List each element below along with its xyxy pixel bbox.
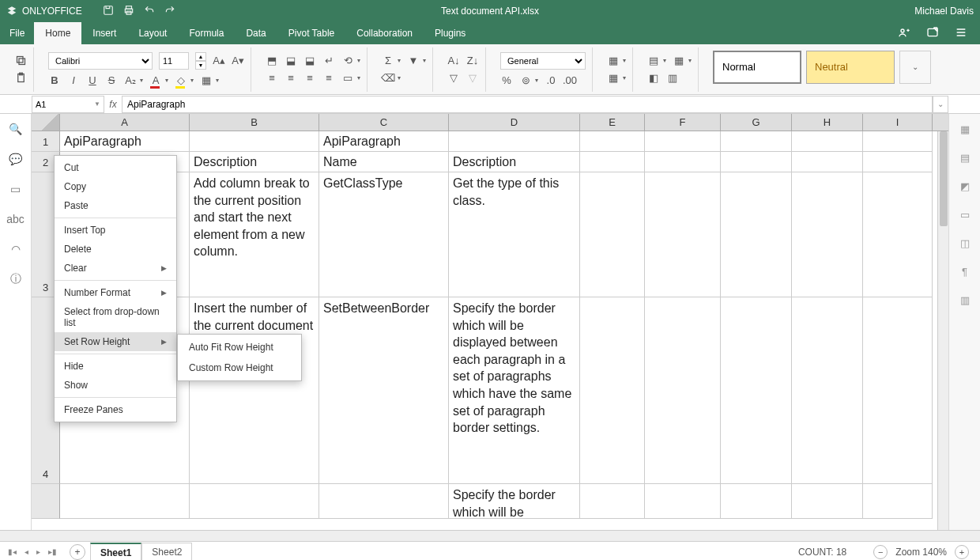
increase-font-icon[interactable]: A▴ (213, 55, 225, 67)
print-icon[interactable] (123, 5, 134, 18)
row-header[interactable]: 1 (32, 131, 60, 152)
ctx-copy[interactable]: Copy (55, 177, 176, 196)
name-box[interactable]: A1▼ (32, 96, 104, 113)
dec-increase-icon[interactable]: .00 (564, 74, 576, 87)
horizontal-scrollbar[interactable] (0, 530, 980, 541)
decrease-font-icon[interactable]: A▾ (232, 55, 244, 67)
cell[interactable] (645, 152, 721, 172)
cell[interactable] (190, 484, 319, 519)
sheet-nav-next[interactable]: ▸ (36, 547, 40, 556)
tab-data[interactable]: Data (235, 22, 277, 44)
redo-icon[interactable] (164, 5, 175, 18)
sort-asc-icon[interactable]: A↓ (447, 55, 460, 67)
col-header[interactable]: D (449, 114, 580, 131)
user-name[interactable]: Michael Davis (914, 6, 974, 17)
ctx-freeze-panes[interactable]: Freeze Panes (55, 400, 176, 419)
tab-collaboration[interactable]: Collaboration (345, 22, 424, 44)
ctx-show[interactable]: Show (55, 376, 176, 395)
wrap-text-icon[interactable]: ↵ (322, 55, 335, 67)
subscript-icon[interactable]: A₂ (124, 74, 137, 87)
align-bottom-icon[interactable]: ⬓ (303, 55, 316, 67)
cell-styles-more[interactable]: ⌄ (899, 51, 931, 84)
text-settings-icon[interactable]: ¶ (958, 264, 972, 278)
col-header[interactable]: B (190, 114, 319, 131)
insert-slicer-icon[interactable]: ▥ (666, 72, 679, 85)
tab-insert[interactable]: Insert (81, 22, 127, 44)
cell[interactable]: Insert the number of the current documen… (190, 297, 319, 484)
ctx-custom-row-height[interactable]: Custom Row Height (178, 358, 301, 378)
ctx-cut[interactable]: Cut (55, 158, 176, 177)
sum-icon[interactable]: Σ (382, 55, 394, 67)
italic-icon[interactable]: I (67, 74, 80, 87)
formula-input[interactable]: ApiParagraph (122, 96, 933, 113)
save-icon[interactable] (103, 5, 114, 18)
sort-desc-icon[interactable]: Z↓ (466, 55, 479, 67)
cell[interactable] (863, 152, 933, 172)
cell[interactable]: Name (319, 152, 449, 172)
cell[interactable]: Description (449, 152, 580, 172)
ctx-select-dropdown[interactable]: Select from drop-down list (55, 302, 176, 332)
chat-icon[interactable]: ▭ (9, 182, 23, 196)
borders-icon[interactable]: ▦ (200, 74, 213, 87)
col-header[interactable]: I (863, 114, 933, 131)
cell[interactable] (580, 484, 645, 519)
sheet-nav-first[interactable]: ▮◂ (8, 547, 17, 556)
number-format-select[interactable]: General (500, 52, 586, 70)
zoom-out-button[interactable]: − (873, 545, 888, 559)
cell[interactable] (580, 152, 645, 172)
hamburger-icon[interactable] (955, 26, 967, 41)
cell[interactable] (792, 484, 863, 519)
cell[interactable] (721, 131, 792, 152)
tab-file[interactable]: File (0, 22, 34, 44)
shape-settings-icon[interactable]: ◩ (958, 179, 972, 193)
cell[interactable] (792, 297, 863, 484)
paste-icon[interactable] (14, 72, 27, 85)
cell[interactable] (190, 131, 319, 152)
align-center-icon[interactable]: ≡ (285, 72, 297, 85)
ctx-insert-top[interactable]: Insert Top (55, 221, 176, 240)
formula-expand-icon[interactable]: ⌄ (933, 96, 948, 113)
filter-icon[interactable]: ▽ (447, 72, 460, 85)
add-sheet-button[interactable]: + (70, 544, 85, 560)
align-left-icon[interactable]: ≡ (266, 72, 278, 85)
cell[interactable] (721, 297, 792, 484)
col-header[interactable]: E (580, 114, 645, 131)
vertical-scrollbar[interactable] (937, 131, 948, 530)
col-header[interactable]: H (792, 114, 863, 131)
copy-icon[interactable] (14, 55, 27, 67)
insert-cells-icon[interactable]: ▦ (607, 55, 620, 67)
tab-formula[interactable]: Formula (178, 22, 235, 44)
cell[interactable]: ApiParagraph (319, 131, 449, 152)
row-header[interactable] (32, 484, 60, 519)
sheet-nav-last[interactable]: ▸▮ (48, 547, 57, 556)
ctx-delete[interactable]: Delete (55, 240, 176, 259)
cell[interactable] (580, 297, 645, 484)
cell[interactable] (319, 484, 449, 519)
pivot-settings-icon[interactable]: ▥ (958, 293, 972, 307)
strike-icon[interactable]: S (105, 74, 118, 87)
cell[interactable] (863, 484, 933, 519)
tab-plugins[interactable]: Plugins (424, 22, 477, 44)
ctx-number-format[interactable]: Number Format▶ (55, 283, 176, 302)
cell[interactable] (863, 172, 933, 297)
cell[interactable]: ApiParagraph (60, 131, 190, 152)
open-location-icon[interactable] (926, 26, 939, 41)
cell[interactable] (645, 297, 721, 484)
fill-color-icon[interactable]: ◇ (175, 74, 187, 87)
cell[interactable]: Add column break to the current position… (190, 172, 319, 297)
search-icon[interactable]: 🔍 (9, 122, 23, 136)
about-icon[interactable]: ⓘ (9, 272, 23, 286)
ctx-clear[interactable]: Clear▶ (55, 259, 176, 278)
cell[interactable] (449, 131, 580, 152)
accounting-icon[interactable]: ⊚ (519, 74, 532, 87)
tab-pivot[interactable]: Pivot Table (277, 22, 345, 44)
cell[interactable]: Specify the border which will be (449, 484, 580, 519)
font-color-icon[interactable]: A (149, 74, 162, 87)
fill-icon[interactable]: ▼ (407, 55, 420, 67)
zoom-in-button[interactable]: + (955, 545, 969, 559)
cell[interactable] (580, 172, 645, 297)
align-justify-icon[interactable]: ≡ (322, 72, 335, 85)
col-header[interactable]: A (60, 114, 190, 131)
align-middle-icon[interactable]: ⬓ (285, 55, 297, 67)
cell-style-normal[interactable]: Normal (713, 51, 801, 84)
